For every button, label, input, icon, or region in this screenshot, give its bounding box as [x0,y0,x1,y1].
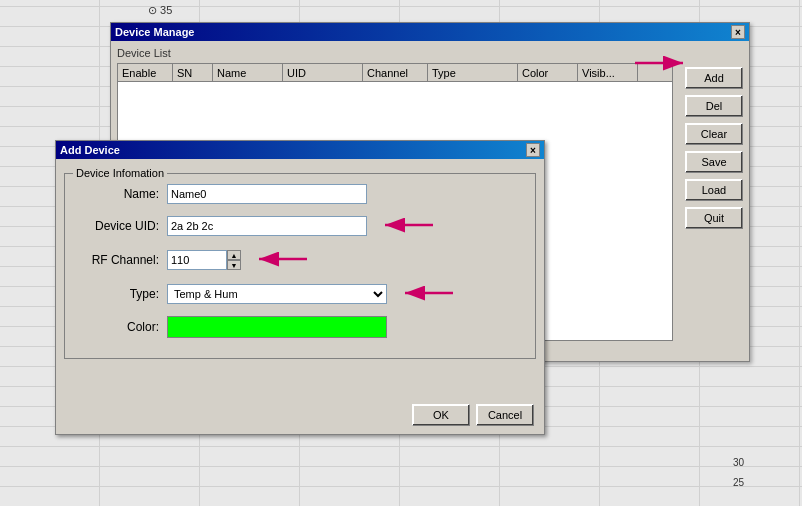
col-enable: Enable [118,64,173,81]
color-label: Color: [77,320,167,334]
uid-input[interactable] [167,216,367,236]
quit-button[interactable]: Quit [685,207,743,229]
add-device-close[interactable]: × [526,143,540,157]
channel-up-button[interactable]: ▲ [227,250,241,260]
indicator-icon: ⊙ [148,4,157,16]
channel-arrow [247,248,317,272]
right-buttons: Add Del Clear Save Load Quit [685,67,743,229]
bottom-number-30: 30 [733,457,744,468]
uid-row: Device UID: [77,214,523,238]
indicator-value: 35 [160,4,172,16]
device-info-group: Device Infomation Name: Device UID: [64,173,536,359]
top-indicator: ⊙ 35 [148,4,172,17]
name-input[interactable] [167,184,367,204]
channel-input[interactable] [167,250,227,270]
group-box-label: Device Infomation [73,167,167,179]
cancel-button[interactable]: Cancel [476,404,534,426]
channel-spinner-buttons: ▲ ▼ [227,250,241,270]
col-channel: Channel [363,64,428,81]
type-label: Type: [77,287,167,301]
channel-spinner: ▲ ▼ [167,250,241,270]
add-device-title: Add Device [60,144,120,156]
add-device-dialog: Add Device × Device Infomation Name: Dev… [55,140,545,435]
col-uid: UID [283,64,363,81]
channel-down-button[interactable]: ▼ [227,260,241,270]
col-color: Color [518,64,578,81]
uid-arrow [373,214,443,238]
device-manage-close[interactable]: × [731,25,745,39]
type-row: Type: Temp & Hum Temperature Humidity CO… [77,282,523,306]
col-visible: Visib... [578,64,638,81]
device-manage-title: Device Manage [115,26,194,38]
add-device-titlebar: Add Device × [56,141,544,159]
name-row: Name: [77,184,523,204]
clear-button[interactable]: Clear [685,123,743,145]
bottom-number-25: 25 [733,477,744,488]
device-manage-titlebar: Device Manage × [111,23,749,41]
name-label: Name: [77,187,167,201]
del-button[interactable]: Del [685,95,743,117]
color-row: Color: [77,316,523,338]
col-sn: SN [173,64,213,81]
save-button[interactable]: Save [685,151,743,173]
uid-label: Device UID: [77,219,167,233]
channel-row: RF Channel: ▲ ▼ [77,248,523,272]
col-name: Name [213,64,283,81]
type-select[interactable]: Temp & Hum Temperature Humidity CO2 Pres… [167,284,387,304]
load-button[interactable]: Load [685,179,743,201]
color-swatch[interactable] [167,316,387,338]
add-device-content: Device Infomation Name: Device UID: [56,159,544,434]
dialog-buttons: OK Cancel [412,404,534,426]
table-header: Enable SN Name UID Channel Type Color Vi… [118,64,672,82]
channel-label: RF Channel: [77,253,167,267]
add-arrow [635,52,695,76]
ok-button[interactable]: OK [412,404,470,426]
col-type: Type [428,64,518,81]
type-arrow [393,282,463,306]
